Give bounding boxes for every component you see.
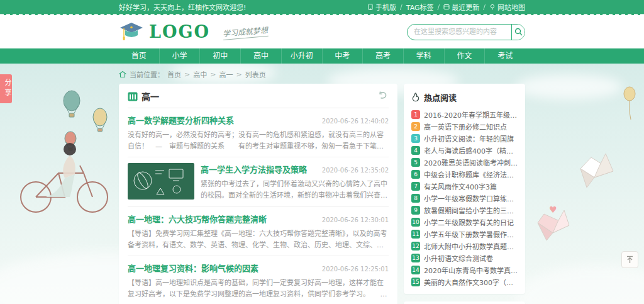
breadcrumb-separator: >	[236, 70, 242, 79]
share-button[interactable]: 分享	[0, 74, 12, 103]
nav-item-xiaoshengchu[interactable]: 小升初	[281, 48, 322, 64]
hot-air-balloons-illustration	[52, 87, 124, 159]
sitemap-link[interactable]: 网站地图	[489, 2, 525, 12]
breadcrumb-separator: >	[184, 70, 190, 79]
hot-item-text: 小学一年级寒假数学口算练习题三篇	[424, 193, 518, 203]
hot-item-text: 2016-2020年春学期五年级语文下期末模拟	[424, 110, 518, 120]
hot-item-text: 2020雅思英语阅读临考冲刺试题附答案	[424, 157, 518, 167]
hot-item-text: 高一英语下册必修二知识点	[424, 121, 507, 132]
breadcrumb-home[interactable]: 首页	[167, 69, 181, 79]
article-excerpt: 紧张的中考过去了，同学们怀着激动又兴奋的心情跨入了高中的校园。面对全新的生活环境…	[201, 179, 389, 201]
article-title-link[interactable]: 高一数学解题要分析四种关系	[128, 114, 234, 126]
welcome-text: 好好学习，天天向上，红柚作文网欢迎您!	[119, 2, 246, 12]
rank-badge: 13	[411, 254, 420, 262]
hot-list-item[interactable]: 13小升初语文综合测试卷	[411, 252, 518, 264]
hot-list-item[interactable]: 6中级会计职称题库《经济法》检测题	[411, 168, 518, 180]
site-header: LOGO 学习成就梦想	[0, 15, 644, 48]
hot-list-item[interactable]: 11小学五年级下册数学暑假作业答案【20-61	[411, 228, 518, 240]
hot-item-text: 美丽的大自然作文300字（精选3篇）	[424, 277, 518, 287]
article-list-panel: 高一 高一数学解题要分析四种关系 2020-06-26 12:40:02 没有好…	[119, 84, 397, 304]
nav-item-exams[interactable]: 考试	[484, 48, 525, 64]
article-excerpt: 【导语】免费学习网汇集整理《高一地理：六大技巧帮你答题完整清晰》，以及的高考备考…	[128, 228, 389, 251]
mobile-version-link[interactable]: 手机版	[367, 2, 396, 12]
breadcrumb-separator: >	[210, 70, 216, 79]
rank-badge: 5	[411, 158, 420, 167]
mobile-phone-icon	[367, 4, 374, 10]
rank-badge: 1	[411, 110, 420, 119]
hot-item-text: 老人与海读后感400字（精选3篇）	[424, 145, 518, 155]
logo-text: LOGO	[149, 22, 210, 42]
small-balloon-illustration	[619, 85, 641, 123]
search-button[interactable]	[511, 25, 525, 40]
back-to-top-button[interactable]	[621, 251, 638, 268]
hot-reading-title: 热点阅读	[424, 91, 457, 103]
article-excerpt: 【导语】高一地理知识点是高考的基础，同学们一定要复习好高一地理，这样才能在复习好…	[128, 278, 389, 300]
hot-item-text: 2020年山东青岛中考数学真题（已公布）	[424, 265, 518, 275]
rank-badge: 15	[411, 278, 420, 286]
search-icon	[514, 28, 523, 36]
hot-list-item[interactable]: 142020年山东青岛中考数学真题（已公布）	[411, 264, 518, 276]
article-item: 高一数学解题要分析四种关系 2020-06-26 12:40:02 没有好的高一…	[128, 108, 389, 157]
rank-badge: 8	[411, 194, 420, 203]
separator: /	[483, 3, 486, 11]
recent-updates-link[interactable]: 最近更新	[443, 2, 479, 12]
article-item: 高一地理复习资料：影响气候的因素 2020-06-26 12:25:01 【导语…	[128, 256, 389, 304]
paper-cranes-illustration: ♥	[531, 138, 638, 252]
breadcrumb: 当前位置： 首页 > 高中 > 高一 > 列表页	[119, 69, 525, 79]
rank-badge: 11	[411, 230, 420, 239]
nav-item-gaokao[interactable]: 高考	[362, 48, 403, 64]
hot-list-item[interactable]: 4老人与海读后感400字（精选3篇）	[411, 144, 518, 156]
rank-badge: 7	[411, 182, 420, 191]
nav-item-primary-school[interactable]: 小学	[159, 48, 200, 64]
chalkboard-doodles-image	[128, 163, 194, 200]
rank-badge: 12	[411, 242, 420, 251]
article-title-link[interactable]: 高一学生入学方法指导及策略	[201, 163, 307, 175]
rank-badge: 9	[411, 206, 420, 215]
nav-item-composition[interactable]: 作文	[444, 48, 485, 64]
site-logo[interactable]: LOGO	[119, 21, 210, 43]
hot-list-item[interactable]: 8小学一年级寒假数学口算练习题三篇	[411, 192, 518, 204]
breadcrumb-grade-one[interactable]: 高一	[219, 69, 233, 79]
rank-badge: 10	[411, 218, 420, 227]
article-date: 2020-06-26 12:30:01	[317, 217, 389, 223]
breadcrumb-senior-high[interactable]: 高中	[193, 69, 207, 79]
hot-item-text: 小学五年级下册数学暑假作业答案【20-61	[424, 229, 518, 239]
hot-item-text: 小学二年级跟数学有关的日记	[424, 217, 514, 227]
hot-list-item[interactable]: 9放暑假期间留给小学生的三年级英语作文范文	[411, 204, 518, 216]
hot-item-text: 小升初语文阅读：年轻的国旗	[424, 133, 514, 144]
main-navigation: 首页 小学 初中 高中 小升初 中考 高考 学科 作文 考试	[0, 48, 644, 64]
search-input[interactable]	[408, 28, 511, 36]
refresh-icon	[443, 4, 450, 10]
hot-list-item[interactable]: 12016-2020年春学期五年级语文下期末模拟	[411, 108, 518, 120]
top-utility-bar: 好好学习，天天向上，红柚作文网欢迎您! 手机版 / TAG标签 / 最近更新 /…	[0, 0, 644, 15]
hot-reading-header: 热点阅读	[411, 91, 518, 103]
hot-list-item[interactable]: 7有关风雨作文400字3篇	[411, 180, 518, 192]
article-item: 高一学生入学方法指导及策略 2020-06-26 12:35:02 紧张的中考过…	[128, 157, 389, 206]
nav-item-senior-high[interactable]: 高中	[240, 48, 281, 64]
hot-list-item[interactable]: 15美丽的大自然作文300字（精选3篇）	[411, 276, 518, 288]
article-title-link[interactable]: 高一地理复习资料：影响气候的因素	[128, 262, 258, 274]
nav-item-zhongkao[interactable]: 中考	[322, 48, 363, 64]
rank-badge: 6	[411, 170, 420, 179]
article-excerpt: 没有好的高一，必然没有好的高考；没有高一的危机感和紧迫感，就没有高三的从容自信！…	[128, 130, 389, 152]
nav-item-subjects[interactable]: 学科	[403, 48, 444, 64]
hot-list-item[interactable]: 10小学二年级跟数学有关的日记	[411, 216, 518, 228]
refresh-list-button[interactable]	[377, 90, 389, 103]
nav-item-junior-high[interactable]: 初中	[199, 48, 240, 64]
nav-item-home[interactable]: 首页	[119, 48, 159, 64]
article-title-link[interactable]: 高一地理：六大技巧帮你答题完整清晰	[128, 213, 267, 225]
bicycle-rider-illustration	[9, 129, 119, 217]
hot-reading-list: 12016-2020年春学期五年级语文下期末模拟 2高一英语下册必修二知识点 3…	[411, 108, 518, 288]
location-pin-icon	[489, 4, 496, 10]
hot-list-item[interactable]: 12北师大附中小升初数学真题汇编	[411, 240, 518, 252]
separator: /	[400, 3, 402, 11]
site-slogan: 学习成就梦想	[222, 23, 268, 40]
tag-link[interactable]: TAG标签	[406, 2, 434, 12]
hot-list-item[interactable]: 3小升初语文阅读：年轻的国旗	[411, 132, 518, 144]
article-thumbnail[interactable]	[128, 163, 194, 200]
hot-reading-panel: 热点阅读 12016-2020年春学期五年级语文下期末模拟 2高一英语下册必修二…	[404, 84, 525, 294]
article-date: 2020-06-26 12:25:01	[317, 266, 389, 273]
hot-list-item[interactable]: 52020雅思英语阅读临考冲刺试题附答案	[411, 156, 518, 168]
hot-list-item[interactable]: 2高一英语下册必修二知识点	[411, 120, 518, 132]
heart-icon: ♥	[549, 205, 557, 215]
